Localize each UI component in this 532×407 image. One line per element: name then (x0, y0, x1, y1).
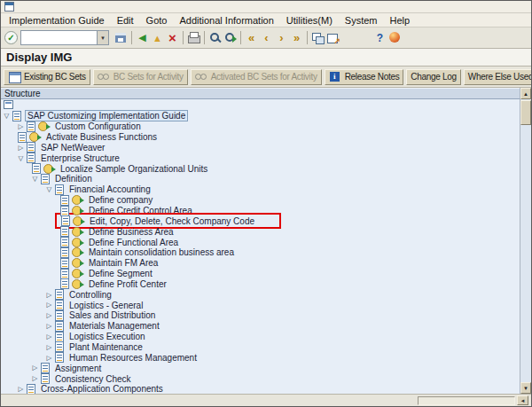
tree-row-define-functional-area[interactable]: Define Functional Area (1, 237, 520, 247)
doc-icon[interactable] (61, 215, 70, 226)
tree-row-custom-configuration[interactable]: ▷Custom Configuration (1, 121, 520, 132)
tree-item-label[interactable]: SAP Customizing Implementation Guide (25, 110, 188, 121)
activated-bc-sets-for-activity-button[interactable]: Activated BC Sets for Activity (191, 69, 322, 85)
doc-icon[interactable] (60, 258, 69, 269)
command-dropdown-icon[interactable] (97, 31, 108, 44)
release-notes-button[interactable]: Release Notes (325, 69, 404, 85)
activity-icon[interactable] (72, 269, 82, 278)
menu-item-edit[interactable]: Edit (111, 15, 140, 26)
doc-icon[interactable] (60, 247, 69, 258)
tree-row-controlling[interactable]: ▷Controlling (1, 289, 520, 300)
print-icon[interactable] (186, 30, 201, 45)
expand-node-icon[interactable]: ▷ (29, 375, 41, 382)
tree-item-label[interactable]: Enterprise Structure (39, 153, 121, 163)
back-icon[interactable] (135, 30, 150, 45)
tree-row-logistics-general[interactable]: ▷Logistics - General (1, 300, 520, 310)
tree-item-label[interactable]: Cross-Application Components (39, 384, 165, 394)
tree-item-label[interactable]: Maintain consolidation business area (87, 247, 236, 257)
activity-icon[interactable] (29, 132, 39, 142)
doc-icon[interactable] (27, 121, 35, 132)
tree-row-human-resources-management[interactable]: ▷Human Resources Management (1, 352, 520, 363)
tree-item-label[interactable]: Activate Business Functions (44, 132, 159, 142)
activity-icon[interactable] (73, 216, 82, 226)
tree-item-label[interactable]: Define Functional Area (87, 238, 180, 247)
expand-node-icon[interactable]: ▷ (43, 301, 55, 309)
tree-row-localize-sample-organizational-units[interactable]: Localize Sample Organizational Units (1, 163, 520, 174)
doc-icon[interactable] (55, 332, 64, 342)
doc-icon[interactable] (55, 352, 64, 363)
expand-node-icon[interactable]: ▷ (29, 364, 41, 372)
vertical-scrollbar[interactable] (520, 88, 531, 394)
menu-item-additional-information[interactable]: Additional Information (173, 15, 279, 26)
expand-node-icon[interactable]: ▷ (43, 312, 55, 319)
tree-item-label[interactable]: Financial Accounting (67, 184, 153, 194)
tree-item-label[interactable]: Materials Management (67, 321, 161, 331)
tree-item-label[interactable]: Define Segment (87, 269, 154, 278)
activity-icon[interactable] (72, 227, 82, 237)
tree-row-cross-application-components[interactable]: ▷Cross-Application Components (1, 384, 520, 394)
doc-icon[interactable] (55, 310, 64, 321)
tree-item-label[interactable]: Localize Sample Organizational Units (59, 164, 209, 174)
doc-icon[interactable] (60, 269, 69, 279)
help-icon[interactable] (372, 30, 387, 45)
where-else-used-button[interactable]: Where Else Used (464, 69, 532, 85)
tree-item-label[interactable]: Custom Configuration (53, 121, 143, 131)
activity-icon[interactable] (72, 258, 82, 268)
bc-sets-for-activity-button[interactable]: BC Sets for Activity (93, 69, 188, 85)
collapse-node-icon[interactable]: ▽ (15, 155, 27, 162)
expand-node-icon[interactable]: ▷ (43, 344, 55, 351)
change-log-button[interactable]: Change Log (406, 69, 461, 85)
expand-node-icon[interactable]: ▷ (15, 145, 27, 152)
tree-item-label[interactable]: Logistics - General (67, 301, 145, 310)
tree-row-activate-business-functions[interactable]: Activate Business Functions (1, 132, 520, 143)
tree-item-label[interactable]: Logistics Execution (67, 332, 147, 341)
tree-row-define-segment[interactable]: Define Segment (1, 269, 520, 279)
tree-item-label[interactable]: Plant Maintenance (67, 342, 145, 352)
doc-icon[interactable] (60, 206, 69, 216)
activity-icon[interactable] (72, 195, 82, 205)
tree-row-materials-management[interactable]: ▷Materials Management (1, 321, 520, 332)
doc-icon[interactable] (18, 132, 27, 143)
expand-node-icon[interactable]: ▷ (43, 323, 55, 330)
enter-icon[interactable] (4, 31, 18, 44)
doc-icon[interactable] (41, 373, 50, 384)
collapse-node-icon[interactable]: ▽ (29, 176, 41, 183)
scroll-up-icon[interactable] (520, 88, 531, 99)
doc-icon[interactable] (60, 226, 69, 237)
existing-bc-sets-button[interactable]: Existing BC Sets (4, 69, 90, 85)
page-down-icon[interactable] (274, 30, 289, 45)
doc-icon[interactable] (32, 163, 41, 174)
expand-node-icon[interactable]: ▷ (15, 123, 27, 130)
tree-item-label[interactable]: SAP NetWeaver (39, 143, 106, 153)
collapse-node-icon[interactable]: ▽ (1, 113, 12, 120)
doc-icon[interactable] (41, 363, 50, 373)
tree-item-label[interactable]: Sales and Distribution (67, 310, 157, 320)
hierarchy-icon[interactable] (4, 100, 13, 109)
tree-row-maintain-consolidation-business-area[interactable]: Maintain consolidation business area (1, 247, 520, 258)
doc-icon[interactable] (55, 341, 64, 352)
doc-icon[interactable] (27, 384, 35, 394)
expand-node-icon[interactable]: ▷ (15, 386, 27, 393)
tree-row-sap-customizing-implementation-guide[interactable]: ▽SAP Customizing Implementation Guide (1, 111, 520, 121)
tree-row-define-profit-center[interactable]: Define Profit Center (1, 279, 520, 290)
tree-row-sap-netweaver[interactable]: ▷SAP NetWeaver (1, 143, 520, 153)
sap-screen-icon[interactable] (4, 2, 14, 12)
customize-layout-icon[interactable] (387, 30, 403, 45)
tree-item-label[interactable]: Define company (87, 195, 154, 205)
find-next-icon[interactable] (223, 30, 238, 45)
tree-item-label[interactable]: Assignment (53, 364, 103, 373)
doc-icon[interactable] (27, 142, 35, 153)
first-page-icon[interactable] (244, 30, 259, 45)
tree-row-maintain-fm-area[interactable]: Maintain FM Area (1, 258, 520, 269)
doc-icon[interactable] (41, 174, 50, 184)
activity-icon[interactable] (72, 206, 82, 215)
create-shortcut-icon[interactable] (325, 30, 340, 45)
doc-icon[interactable] (12, 111, 21, 121)
doc-icon[interactable] (55, 300, 64, 310)
activity-icon[interactable] (38, 121, 48, 131)
new-session-icon[interactable] (310, 30, 325, 45)
save-icon[interactable] (113, 30, 129, 45)
activity-icon[interactable] (72, 238, 82, 247)
collapse-node-icon[interactable]: ▽ (43, 186, 55, 193)
activity-icon[interactable] (43, 164, 53, 174)
